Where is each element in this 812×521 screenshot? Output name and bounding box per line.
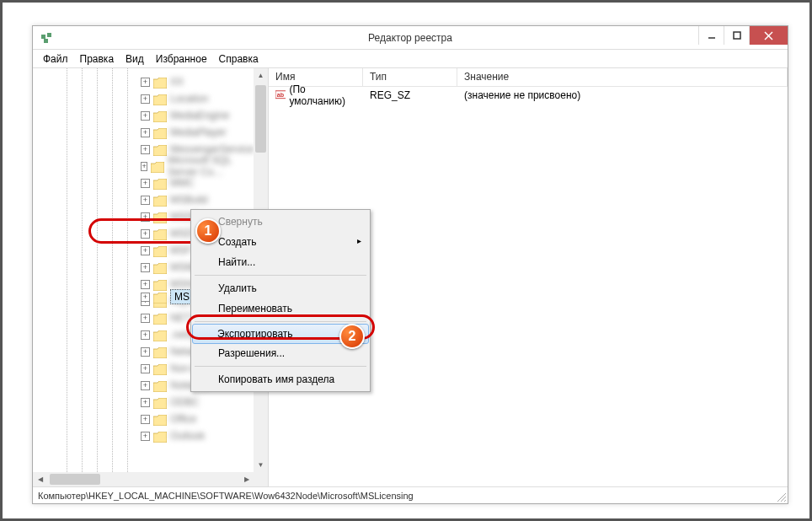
folder-icon [153,195,167,206]
list-row[interactable]: ab (По умолчанию) REG_SZ (значение не пр… [269,87,788,104]
tree-item[interactable]: +Office [141,411,254,427]
resize-grip-icon[interactable] [774,490,786,502]
expander-icon[interactable]: + [141,330,150,340]
folder-icon [153,330,167,341]
expander-icon[interactable]: + [141,229,150,239]
tree-item[interactable]: +ODBC [141,394,254,411]
folder-icon [153,144,167,155]
svg-line-11 [784,500,786,502]
svg-rect-2 [44,39,48,43]
expander-icon[interactable]: + [141,246,150,255]
context-menu-item[interactable]: Найти... [193,252,368,272]
folder-icon [153,94,167,105]
expander-icon[interactable]: + [141,415,150,424]
expander-icon[interactable]: + [141,398,150,407]
folder-icon [153,414,167,425]
expander-icon[interactable]: + [141,111,150,121]
folder-icon [153,363,167,374]
svg-rect-1 [47,33,51,37]
tree-item[interactable]: +MSBuild [141,191,254,208]
menu-favorites[interactable]: Избранное [151,51,212,67]
folder-icon [153,178,167,189]
folder-icon [153,380,167,391]
folder-icon [153,228,167,239]
app-icon [40,31,53,45]
folder-icon [153,77,167,88]
scrollbar-horizontal[interactable]: ◀▶ [33,472,254,486]
menu-file[interactable]: Файл [38,51,73,67]
tree-item[interactable]: +Location [141,90,254,107]
expander-icon[interactable]: + [141,347,150,357]
minimize-button[interactable] [698,26,724,45]
tree-item[interactable]: +Outlook [141,427,254,444]
expander-icon[interactable]: + [141,263,150,272]
folder-icon [153,212,167,223]
svg-text:ab: ab [277,92,285,99]
folder-icon [153,110,167,121]
expander-icon[interactable]: + [141,78,150,87]
context-menu-item[interactable]: Разрешения... [193,343,368,363]
folder-icon [153,346,167,357]
expander-icon[interactable]: + [141,179,150,188]
tree-item[interactable]: +MediaPlayer [141,124,254,141]
maximize-button[interactable] [724,26,749,45]
expander-icon[interactable]: + [141,432,150,441]
statusbar: Компьютер\HKEY_LOCAL_MACHINE\SOFTWARE\Wo… [33,486,788,503]
folder-icon [153,397,167,408]
menu-edit[interactable]: Правка [75,51,120,67]
folder-icon [153,431,167,442]
context-menu-item[interactable]: Копировать имя раздела [193,369,368,389]
tree-item[interactable]: +MediaEngine [141,107,254,124]
folder-icon [153,262,167,273]
folder-icon [153,313,167,324]
string-value-icon: ab [275,89,286,101]
context-menu-item[interactable]: Удалить [193,278,368,298]
folder-icon [153,245,167,256]
annotation-badge-2: 2 [339,324,365,349]
expander-icon[interactable]: + [141,196,150,205]
registry-editor-window: Редактор реестра Файл Правка Вид Избранн… [32,25,788,504]
close-button[interactable] [749,26,788,45]
menubar: Файл Правка Вид Избранное Справка [33,50,788,68]
expander-icon[interactable]: + [141,364,150,373]
svg-rect-4 [734,32,740,39]
expander-icon[interactable]: + [141,314,150,323]
expander-icon[interactable]: + [141,162,147,171]
tree-item[interactable]: +XX [141,73,254,90]
folder-icon [153,127,167,138]
svg-rect-0 [41,35,45,39]
expander-icon[interactable]: + [141,381,150,390]
col-value[interactable]: Значение [457,68,788,86]
expander-icon[interactable]: + [141,145,150,154]
col-type[interactable]: Тип [363,68,457,86]
expander-icon[interactable]: + [141,212,150,222]
annotation-badge-1: 1 [195,218,221,244]
folder-icon [151,161,164,172]
folder-icon [153,292,167,303]
context-menu-item[interactable]: Переименовать [193,298,368,319]
expander-icon[interactable]: + [141,128,150,137]
titlebar: Редактор реестра [33,26,788,50]
tree-item[interactable]: +Microsoft SQL Server Co… [141,158,254,175]
window-title: Редактор реестра [368,32,452,44]
expander-icon[interactable]: + [141,293,150,302]
menu-help[interactable]: Справка [214,51,264,67]
expander-icon[interactable]: + [141,94,150,104]
menu-view[interactable]: Вид [120,51,149,67]
